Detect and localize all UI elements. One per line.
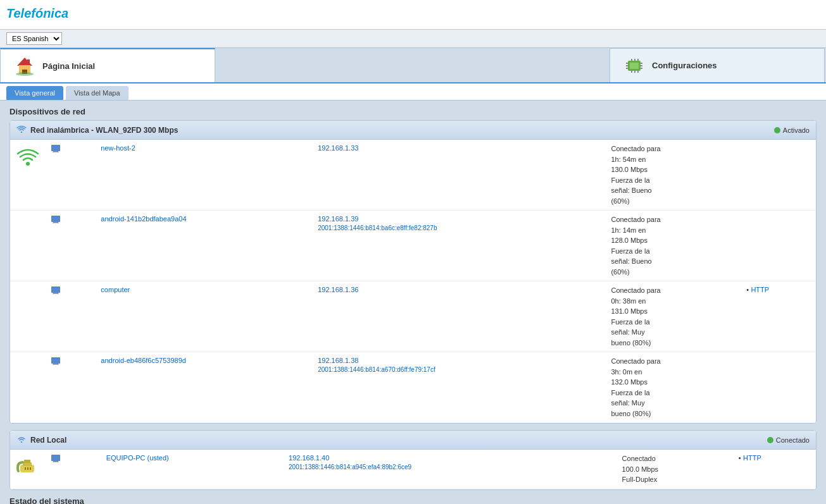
device-name: new-host-2 <box>101 144 135 152</box>
svg-rect-24 <box>51 216 60 222</box>
device-name-cell-3: computer <box>96 281 313 352</box>
device-services-cell <box>741 140 816 211</box>
svg-rect-38 <box>30 467 31 470</box>
device-name-3: computer <box>101 286 130 293</box>
svg-rect-14 <box>631 59 632 61</box>
device-status-cell-3: Conectado para0h: 38m en131.0 MbpsFuerza… <box>606 281 741 352</box>
device-services-cell-2 <box>741 211 816 281</box>
table-row: android-141b2bdfabea9a04 192.168.1.39 20… <box>10 211 816 281</box>
wifi-signal-icon <box>15 144 41 168</box>
device-ip-cell-4: 192.168.1.38 2001:1388:1446:b814:a670:d6… <box>313 352 606 423</box>
svg-rect-36 <box>25 467 26 470</box>
lan-panel-header: Red Local Conectado <box>10 431 816 450</box>
wireless-devices-table: new-host-2 192.168.1.33 Conectado para1h… <box>10 140 816 423</box>
http-service-3: HTTP <box>751 286 769 293</box>
telefonica-logo: Telefónica <box>6 4 82 25</box>
tab-config[interactable]: Configuraciones <box>610 48 825 82</box>
tab-home-label: Página Inicial <box>42 61 95 71</box>
svg-point-5 <box>16 72 34 76</box>
ethernet-icon <box>15 453 41 477</box>
lan-panel: Red Local Conectado <box>9 430 817 490</box>
lan-device-status-cell: Conectado100.0 MbpsFull-Duplex <box>617 450 734 489</box>
language-bar: ES Spanish EN English <box>0 30 826 48</box>
eth-icon-cell <box>10 450 46 489</box>
device-name-2: android-141b2bdfabea9a04 <box>101 215 186 223</box>
svg-rect-37 <box>27 467 28 470</box>
monitor-icon-2 <box>51 215 61 224</box>
wireless-panel-header-left: Red inalámbrica - WLAN_92FD 300 Mbps <box>16 125 178 135</box>
lan-device-name-cell: EQUIPO-PC (usted) <box>101 450 284 489</box>
lan-section-icon <box>16 434 27 445</box>
device-monitor-cell-lan <box>46 450 101 489</box>
device-ip2-2: 2001:1388:1446:b814:ba6c:e8ff:fe82:827b <box>318 224 437 231</box>
lan-device-ip2: 2001:1388:1446:b814:a945:efa4:89b2:6ce9 <box>289 464 411 470</box>
device-name-cell-2: android-141b2bdfabea9a04 <box>96 211 313 281</box>
device-icon-monitor-cell-4 <box>46 352 96 423</box>
lan-panel-header-left: Red Local <box>16 434 66 445</box>
device-ip-4: 192.168.1.38 <box>318 357 358 364</box>
device-ip-2: 192.168.1.39 <box>318 215 358 223</box>
lan-device-ip: 192.168.1.40 <box>289 454 329 462</box>
config-icon <box>623 54 646 77</box>
main-nav-tabs: Página Inicial <box>0 48 826 83</box>
svg-rect-18 <box>634 71 635 73</box>
svg-rect-21 <box>51 145 60 151</box>
system-status-title: Estado del sistema <box>9 496 817 505</box>
device-icon-cell-4 <box>10 352 46 423</box>
network-devices-title: Dispositivos de red <box>9 107 817 116</box>
svg-rect-39 <box>51 455 60 461</box>
table-row: EQUIPO-PC (usted) 192.168.1.40 2001:1388… <box>10 450 816 489</box>
sub-nav-tabs: Vista general Vista del Mapa <box>0 83 826 101</box>
device-services-cell-3: • HTTP <box>741 281 816 352</box>
svg-rect-11 <box>641 63 642 64</box>
device-icon-monitor-cell-3 <box>46 281 96 352</box>
main-content: Dispositivos de red Red inalámbrica - WL… <box>0 101 826 504</box>
lan-device-ip-cell: 192.168.1.40 2001:1388:1446:b814:a945:ef… <box>284 450 617 489</box>
svg-rect-15 <box>634 59 635 61</box>
svg-rect-23 <box>53 152 59 152</box>
monitor-icon <box>51 144 61 153</box>
svg-rect-30 <box>51 357 60 364</box>
svg-rect-19 <box>637 71 639 73</box>
wireless-status-badge: Activado <box>774 126 810 134</box>
svg-rect-8 <box>626 63 628 64</box>
wireless-section-icon <box>16 125 27 135</box>
svg-rect-32 <box>53 364 59 365</box>
device-status-cell-4: Conectado para3h: 0m en132.0 MbpsFuerza … <box>606 352 741 423</box>
lan-device-services-cell: • HTTP <box>734 450 816 489</box>
tab-home[interactable]: Página Inicial <box>0 48 215 82</box>
device-icon-cell-2 <box>10 211 46 281</box>
device-name-cell-4: android-eb486f6c5753989d <box>96 352 313 423</box>
device-status-cell: Conectado para1h: 54m en130.0 MbpsFuerza… <box>606 140 741 211</box>
svg-rect-29 <box>53 293 59 294</box>
http-bullet-3: • <box>746 286 749 293</box>
svg-rect-35 <box>24 460 30 463</box>
device-ip: 192.168.1.33 <box>318 144 358 152</box>
lan-status-badge: Conectado <box>767 436 810 444</box>
svg-point-20 <box>26 162 30 166</box>
svg-rect-4 <box>27 59 30 63</box>
sub-tab-map[interactable]: Vista del Mapa <box>66 86 128 100</box>
sub-tab-overview[interactable]: Vista general <box>6 86 63 100</box>
header: Telefónica <box>0 0 826 30</box>
device-services-cell-4 <box>741 352 816 423</box>
tab-config-label: Configuraciones <box>652 61 717 70</box>
wireless-status-label: Activado <box>783 126 810 134</box>
svg-rect-27 <box>51 286 60 293</box>
svg-rect-10 <box>626 68 628 69</box>
device-ip-3: 192.168.1.36 <box>318 286 358 293</box>
http-service-lan: HTTP <box>743 454 761 462</box>
svg-rect-12 <box>641 65 642 66</box>
svg-marker-1 <box>17 58 32 66</box>
monitor-icon-3 <box>51 286 61 295</box>
svg-rect-17 <box>631 71 632 73</box>
device-icon-monitor-cell <box>46 140 96 211</box>
svg-rect-9 <box>626 65 628 66</box>
device-ip-cell: 192.168.1.33 <box>313 140 606 211</box>
svg-rect-7 <box>630 63 639 69</box>
http-bullet-lan: • <box>739 454 741 462</box>
device-status-cell-2: Conectado para1h: 14m en128.0 MbpsFuerza… <box>606 211 741 281</box>
language-selector[interactable]: ES Spanish EN English <box>6 32 62 45</box>
svg-rect-26 <box>53 223 59 223</box>
wireless-status-dot <box>774 127 780 133</box>
